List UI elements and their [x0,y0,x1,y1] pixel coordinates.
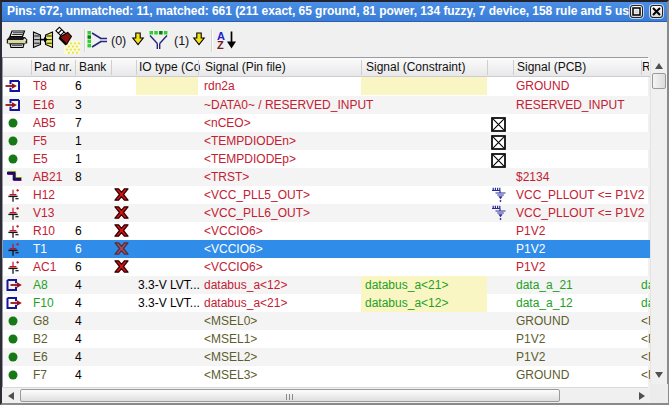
svg-text:Z: Z [217,39,224,51]
svg-text:(1): (1) [174,34,189,48]
svg-text:(0): (0) [111,34,126,48]
